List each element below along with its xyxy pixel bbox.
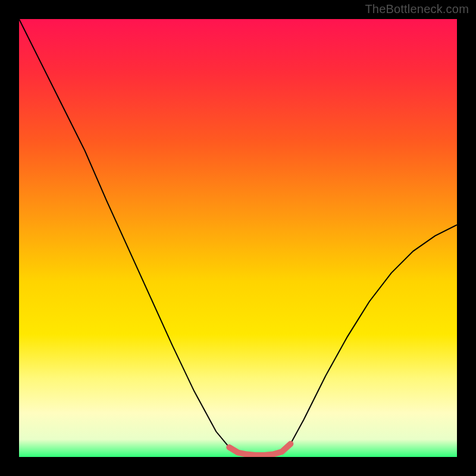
gradient-rect xyxy=(19,19,457,457)
chart-svg xyxy=(19,19,457,457)
plot-area xyxy=(19,19,457,457)
chart-frame: TheBottleneck.com xyxy=(0,0,476,476)
watermark-label: TheBottleneck.com xyxy=(365,2,469,16)
